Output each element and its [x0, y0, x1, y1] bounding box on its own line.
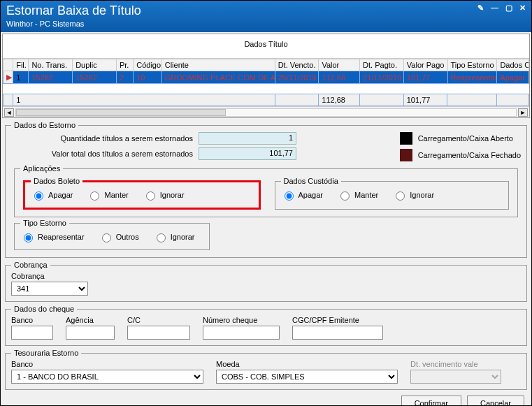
- custodia-apagar-radio[interactable]: Apagar: [281, 189, 323, 201]
- col-dtpagto[interactable]: Dt. Pagto.: [360, 59, 404, 71]
- tes-dtvale-label: Dt. vencimento vale: [410, 360, 501, 368]
- maximize-icon[interactable]: ▢: [505, 3, 512, 13]
- boleto-apagar-radio[interactable]: Apagar: [31, 189, 73, 201]
- qtd-value: 1: [199, 132, 296, 145]
- data-grid[interactable]: Fil. No. Trans. Duplic Pr. Código Client…: [3, 59, 529, 84]
- minimize-icon[interactable]: —: [491, 3, 498, 13]
- aplicacoes-fieldset: Aplicações Dados Boleto Apagar Manter Ig…: [14, 164, 518, 217]
- dados-boleto-fieldset: Dados Boleto Apagar Manter Ignorar: [23, 177, 261, 210]
- window-title: Estornar Baixa de Título: [6, 3, 141, 18]
- scroll-left-icon[interactable]: ◄: [4, 108, 14, 117]
- col-valorpago[interactable]: Valor Pago: [403, 59, 447, 71]
- cheque-cc-input[interactable]: [127, 326, 190, 340]
- edit-icon[interactable]: ✎: [477, 3, 484, 13]
- cheque-banco-input[interactable]: [11, 326, 53, 340]
- estorno-legend: Dados do Estorno: [11, 121, 78, 129]
- cobranca-legend: Cobrança: [11, 261, 50, 269]
- cancelar-button[interactable]: Cancelar: [467, 396, 524, 405]
- app-window: Estornar Baixa de Título Winthor - PC Si…: [0, 0, 532, 406]
- window-subtitle: Winthor - PC Sistemas: [6, 20, 141, 28]
- footer-valor: 112,68: [319, 94, 360, 106]
- legend-open: Carregamento/Caixa Aberto: [418, 134, 513, 143]
- grid-header: Fil. No. Trans. Duplic Pr. Código Client…: [3, 59, 529, 71]
- swatch-open-icon: [400, 132, 412, 145]
- tipoestorno-fieldset: Tipo Estorno Reapresentar Outros Ignorar: [14, 219, 210, 250]
- col-dtvencto[interactable]: Dt. Vencto.: [275, 59, 319, 71]
- valortotal-label: Valor total dos títulos a serem estornad…: [11, 150, 193, 158]
- tes-dtvale-select: [410, 370, 501, 384]
- cheque-cc-label: C/C: [127, 316, 190, 324]
- grid-band: Dados Título: [3, 34, 529, 59]
- grid-panel: Dados Título Fil. No. Trans. Duplic Pr.: [2, 34, 530, 118]
- dados-custodia-fieldset: Dados Custódia Apagar Manter Ignorar: [275, 177, 510, 210]
- row-indicator-icon: ▶: [3, 71, 13, 84]
- horizontal-scrollbar[interactable]: ◄ ►: [3, 106, 529, 117]
- col-cliente[interactable]: Cliente: [161, 59, 275, 71]
- col-codigo[interactable]: Código: [134, 59, 161, 71]
- col-notrans[interactable]: No. Trans.: [29, 59, 73, 71]
- cheque-fieldset: Dados do cheque Banco Agência C/C Número…: [5, 305, 527, 346]
- grid-footer: 1 112,68 101,77: [3, 94, 529, 106]
- qtd-label: Quantidade títulos a serem estornados: [11, 134, 193, 143]
- close-icon[interactable]: ✕: [519, 3, 526, 13]
- cheque-agencia-input[interactable]: [66, 326, 115, 340]
- tes-moeda-select[interactable]: COBS - COB. SIMPLES: [216, 370, 398, 384]
- boleto-manter-radio[interactable]: Manter: [87, 189, 128, 201]
- swatch-closed-icon: [400, 149, 412, 161]
- tes-banco-select[interactable]: 1 - BANCO DO BRASIL: [11, 370, 203, 384]
- tipo-reapresentar-radio[interactable]: Reapresentar: [20, 231, 85, 242]
- col-valor[interactable]: Valor: [319, 59, 360, 71]
- boleto-legend: Dados Boleto: [31, 177, 82, 185]
- col-tipoest[interactable]: Tipo Estorno: [447, 59, 497, 71]
- tes-banco-label: Banco: [11, 360, 203, 368]
- custodia-ignorar-radio[interactable]: Ignorar: [392, 189, 434, 201]
- cobranca-label: Cobrança: [11, 272, 88, 280]
- valortotal-value: 101,77: [199, 147, 296, 160]
- estorno-fieldset: Dados do Estorno Quantidade títulos a se…: [5, 121, 527, 258]
- footer-valorpago: 101,77: [403, 94, 447, 106]
- cheque-cgc-label: CGC/CPF Emitente: [292, 316, 383, 324]
- cobranca-fieldset: Cobrança Cobrança 341: [5, 261, 527, 302]
- cheque-numero-label: Número cheque: [203, 316, 280, 324]
- table-row[interactable]: ▶ 1 15282 15282 2 10 GROOMING PLACE COM …: [3, 71, 529, 84]
- cheque-cgc-input[interactable]: [292, 326, 383, 340]
- custodia-legend: Dados Custódia: [281, 177, 341, 185]
- tipo-outros-radio[interactable]: Outros: [99, 231, 139, 242]
- cheque-legend: Dados do cheque: [11, 305, 77, 313]
- cheque-numero-input[interactable]: [203, 326, 280, 340]
- custodia-manter-radio[interactable]: Manter: [337, 189, 378, 201]
- tipo-ignorar-radio[interactable]: Ignorar: [153, 231, 195, 242]
- tes-legend: Tesouraria Estorno: [11, 349, 81, 357]
- cheque-agencia-label: Agência: [66, 316, 115, 324]
- boleto-ignorar-radio[interactable]: Ignorar: [143, 189, 185, 201]
- tesouraria-fieldset: Tesouraria Estorno Banco 1 - BANCO DO BR…: [5, 349, 527, 390]
- footer-count: 1: [13, 94, 275, 106]
- tes-moeda-label: Moeda: [216, 360, 398, 368]
- cheque-banco-label: Banco: [11, 316, 53, 324]
- col-dadosc[interactable]: Dados C: [497, 59, 529, 71]
- titlebar: Estornar Baixa de Título Winthor - PC Si…: [1, 1, 531, 32]
- col-fil[interactable]: Fil.: [13, 59, 29, 71]
- col-duplic[interactable]: Duplic: [73, 59, 117, 71]
- tipoestorno-legend: Tipo Estorno: [20, 219, 69, 227]
- confirmar-button[interactable]: Confirmar: [401, 396, 461, 405]
- aplicacoes-legend: Aplicações: [20, 164, 63, 173]
- cobranca-select[interactable]: 341: [11, 282, 88, 296]
- scroll-right-icon[interactable]: ►: [518, 108, 528, 117]
- col-pr[interactable]: Pr.: [116, 59, 133, 71]
- legend-closed: Carregamento/Caixa Fechado: [418, 151, 521, 159]
